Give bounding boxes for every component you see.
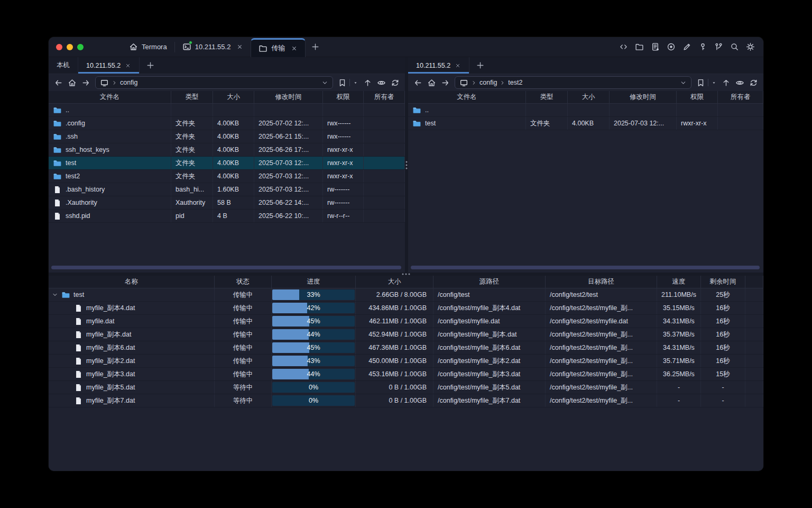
file-icon: [74, 317, 83, 326]
refresh-icon[interactable]: [391, 78, 400, 87]
path-segment[interactable]: config: [479, 79, 497, 86]
new-panel-tab-button[interactable]: [140, 57, 161, 74]
path-bar[interactable]: config: [95, 76, 333, 89]
log-icon[interactable]: [651, 42, 660, 51]
edit-icon[interactable]: [682, 42, 691, 51]
back-icon[interactable]: [413, 78, 422, 87]
transfer-row[interactable]: myfile_副本6.dat 传输中 45% 467.36MB / 1.00GB…: [49, 341, 763, 355]
tab-local[interactable]: 本机: [49, 57, 78, 74]
col-speed[interactable]: 速度: [657, 276, 701, 288]
col-name[interactable]: 名称: [49, 276, 215, 288]
show-hidden-icon[interactable]: [377, 78, 386, 87]
col-source[interactable]: 源路径: [433, 276, 546, 288]
upload-icon[interactable]: [363, 78, 372, 87]
file-row[interactable]: .ssh 文件夹4.00KB2025-06-21 15:...rwx------: [49, 130, 405, 143]
zoom-window-button[interactable]: [77, 44, 84, 50]
transfer-row[interactable]: myfile_副本5.dat 等待中 0% 0 B / 1.00GB /conf…: [49, 381, 763, 394]
chevron-down-icon[interactable]: [680, 79, 687, 86]
upload-icon[interactable]: [722, 78, 731, 87]
home-icon[interactable]: [427, 78, 436, 87]
branch-icon[interactable]: [714, 42, 723, 51]
back-icon[interactable]: [54, 78, 63, 87]
caret-down-icon[interactable]: [711, 80, 717, 86]
eta: 25秒: [701, 288, 745, 301]
file-row[interactable]: sshd.pid pid4 B2025-06-22 10:...rw-r--r-…: [49, 210, 405, 223]
tab-remote[interactable]: 10.211.55.2: [408, 57, 469, 74]
col-type[interactable]: 类型: [526, 91, 568, 103]
key-icon[interactable]: [698, 42, 707, 51]
col-type[interactable]: 类型: [171, 91, 213, 103]
col-owner[interactable]: 所有者: [364, 91, 405, 103]
col-perm[interactable]: 权限: [323, 91, 364, 103]
col-perm[interactable]: 权限: [677, 91, 718, 103]
close-icon[interactable]: [236, 43, 243, 50]
tab-remote[interactable]: 10.211.55.2: [78, 57, 140, 74]
file-row[interactable]: test2 文件夹4.00KB2025-07-03 12:...rwxr-xr-…: [49, 170, 405, 183]
sftp-split-view: 本机 10.211.55.2 config: [49, 57, 763, 273]
app-home-tab[interactable]: Termora: [122, 37, 174, 57]
file-row[interactable]: .config 文件夹4.00KB2025-07-02 12:...rwx---…: [49, 117, 405, 130]
home-icon[interactable]: [68, 78, 77, 87]
file-row[interactable]: ..: [49, 104, 405, 117]
chevron-down-icon[interactable]: [321, 79, 328, 86]
minimize-window-button[interactable]: [67, 44, 73, 50]
show-hidden-icon[interactable]: [735, 78, 744, 87]
file-row[interactable]: .Xauthority Xauthority58 B2025-06-22 14:…: [49, 196, 405, 210]
file-row[interactable]: .bash_history bash_hi...1.60KB2025-07-03…: [49, 183, 405, 196]
progress-bar: 45%: [272, 316, 355, 326]
progress-bar: 44%: [272, 329, 355, 340]
col-target[interactable]: 目标路径: [546, 276, 657, 288]
close-icon[interactable]: [455, 62, 461, 69]
caret-down-icon[interactable]: [353, 80, 358, 86]
forward-icon[interactable]: [81, 78, 90, 87]
new-panel-tab-button[interactable]: [469, 57, 491, 74]
transfer-row[interactable]: myfile_副本4.dat 传输中 42% 434.86MB / 1.00GB…: [49, 302, 763, 315]
code-icon[interactable]: [619, 42, 628, 51]
bookmark-button[interactable]: [338, 78, 358, 87]
col-mtime[interactable]: 修改时间: [610, 91, 677, 103]
col-size[interactable]: 大小: [356, 276, 433, 288]
target-path: /config/test2/test: [546, 288, 657, 301]
col-eta[interactable]: 剩余时间: [701, 276, 745, 288]
new-tab-button[interactable]: [306, 42, 325, 51]
forward-icon[interactable]: [441, 78, 450, 87]
col-size[interactable]: 大小: [568, 91, 610, 103]
transfer-row[interactable]: myfile_副本7.dat 等待中 0% 0 B / 1.00GB /conf…: [49, 394, 763, 407]
file-row[interactable]: ..: [408, 104, 763, 117]
close-icon[interactable]: [125, 62, 131, 69]
path-segment[interactable]: config: [120, 79, 137, 86]
file-row[interactable]: ssh_host_keys 文件夹4.00KB2025-06-26 17:...…: [49, 143, 405, 157]
refresh-icon[interactable]: [749, 78, 758, 87]
expand-chevron-icon[interactable]: [52, 292, 58, 298]
search-icon[interactable]: [730, 42, 739, 51]
transfer-row[interactable]: myfile_副本.dat 传输中 44% 452.94MB / 1.00GB …: [49, 328, 763, 341]
tab-label: 10.211.55.2: [416, 62, 450, 69]
session-tab[interactable]: 10.211.55.2: [175, 37, 251, 57]
path-segment[interactable]: test2: [508, 79, 522, 86]
col-size[interactable]: 大小: [213, 91, 254, 103]
transfer-name: myfile_副本7.dat: [86, 396, 135, 405]
transfer-row[interactable]: test 传输中 33% 2.66GB / 8.00GB /config/tes…: [49, 288, 763, 302]
path-bar[interactable]: config test2: [455, 76, 691, 89]
folder-icon[interactable]: [635, 42, 644, 51]
transfer-row[interactable]: myfile.dat 传输中 45% 462.11MB / 1.00GB /co…: [49, 315, 763, 328]
transfer-row[interactable]: myfile_副本2.dat 传输中 43% 450.00MB / 1.00GB…: [49, 355, 763, 368]
close-window-button[interactable]: [56, 44, 62, 50]
col-mtime[interactable]: 修改时间: [254, 91, 323, 103]
horizontal-scrollbar[interactable]: [51, 266, 401, 269]
transfer-tab[interactable]: 传输: [251, 38, 306, 57]
transfer-row[interactable]: myfile_副本3.dat 传输中 44% 453.16MB / 1.00GB…: [49, 368, 763, 381]
col-status[interactable]: 状态: [215, 276, 272, 288]
transfer-name: myfile_副本2.dat: [86, 357, 135, 366]
file-row[interactable]: test 文件夹4.00KB2025-07-03 12:...rwxr-xr-x: [408, 117, 763, 130]
col-filename[interactable]: 文件名: [408, 91, 526, 103]
file-row-selected[interactable]: test 文件夹4.00KB2025-07-03 12:...rwxr-xr-x: [49, 157, 405, 170]
close-icon[interactable]: [291, 45, 298, 52]
horizontal-scrollbar[interactable]: [411, 266, 760, 269]
col-progress[interactable]: 进度: [272, 276, 356, 288]
gear-icon[interactable]: [746, 42, 755, 51]
bookmark-button[interactable]: [696, 78, 717, 87]
col-owner[interactable]: 所有者: [718, 91, 763, 103]
record-icon[interactable]: [667, 42, 676, 51]
col-filename[interactable]: 文件名: [49, 91, 171, 103]
